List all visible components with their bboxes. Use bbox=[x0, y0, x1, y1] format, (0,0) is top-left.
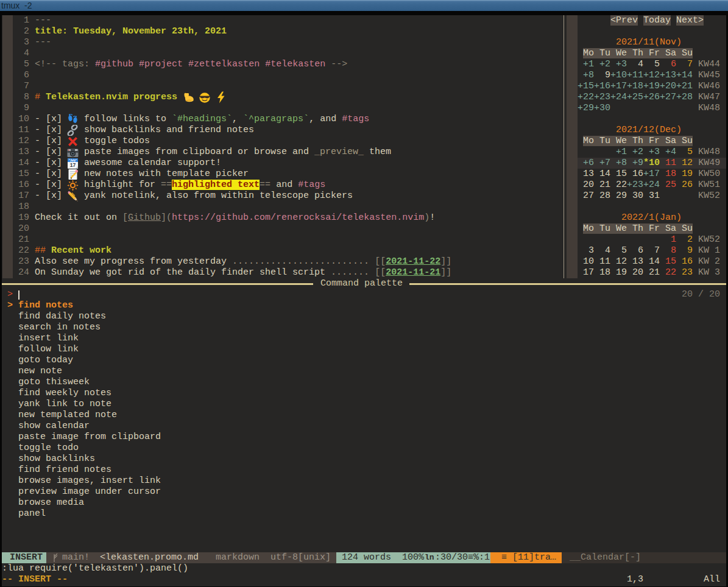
svg-text:July: July bbox=[70, 159, 76, 162]
svg-text:17: 17 bbox=[70, 162, 76, 168]
